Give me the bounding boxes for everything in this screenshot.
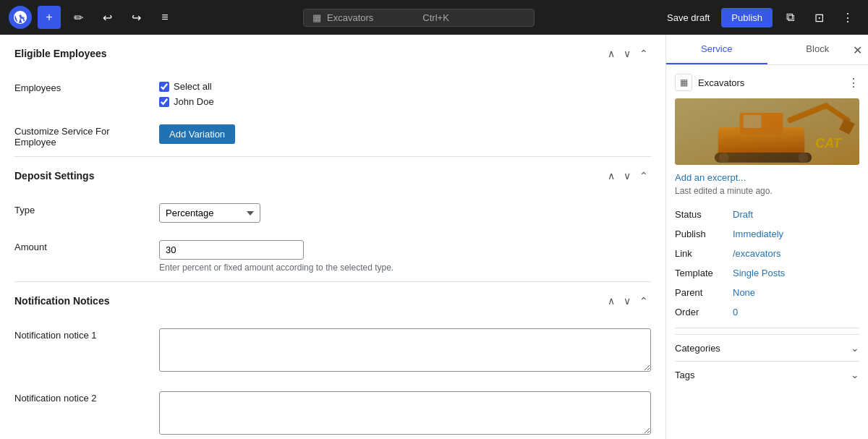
deposit-up-button[interactable]: ∧ bbox=[605, 169, 618, 183]
notification-notices-header[interactable]: Notification Notices ∧ ∨ ⌃ bbox=[14, 282, 651, 320]
notice2-row: Notification notice 2 bbox=[14, 383, 651, 439]
view-button[interactable]: ⧉ bbox=[778, 6, 801, 29]
add-variation-button[interactable]: Add Variation bbox=[159, 124, 235, 144]
amount-field: Enter percent or fixed amount according … bbox=[159, 240, 651, 273]
more-icon: ⋮ bbox=[842, 11, 854, 25]
search-shortcut: Ctrl+K bbox=[422, 12, 448, 23]
notification-notices-title: Notification Notices bbox=[14, 295, 605, 307]
select-all-label: Select all bbox=[174, 81, 212, 92]
meta-value-link[interactable]: Single Posts bbox=[733, 268, 785, 278]
main-layout: Eligible Employees ∧ ∨ ⌃ Employees Selec… bbox=[0, 35, 868, 439]
employees-checkbox-group: Select all John Doe bbox=[159, 81, 651, 107]
amount-row: Amount Enter percent or fixed amount acc… bbox=[14, 231, 651, 281]
meta-row: PublishImmediately bbox=[675, 224, 859, 244]
meta-value[interactable]: /excavators bbox=[733, 244, 859, 263]
meta-value-link[interactable]: Immediately bbox=[733, 229, 783, 239]
toolbar-center: ▦ Excavators Ctrl+K bbox=[182, 9, 655, 27]
meta-value-link[interactable]: Draft bbox=[733, 209, 753, 220]
john-doe-checkbox-item[interactable]: John Doe bbox=[159, 96, 651, 107]
section-down-button[interactable]: ∨ bbox=[621, 46, 634, 61]
tags-chevron-icon: ⌄ bbox=[851, 369, 859, 380]
meta-table: StatusDraftPublishImmediatelyLink/excava… bbox=[675, 205, 859, 322]
sidebar-body: ▦ Excavators ⋮ bbox=[666, 65, 868, 439]
deposit-settings-header[interactable]: Deposit Settings ∧ ∨ ⌃ bbox=[14, 157, 651, 195]
john-doe-checkbox[interactable] bbox=[159, 97, 169, 107]
amount-input[interactable] bbox=[159, 240, 304, 260]
type-select[interactable]: Percentage Fixed Amount bbox=[159, 203, 260, 223]
search-bar[interactable]: ▦ Excavators Ctrl+K bbox=[303, 9, 535, 27]
amount-hint: Enter percent or fixed amount according … bbox=[159, 263, 651, 273]
tools-button[interactable]: ✏ bbox=[67, 6, 90, 29]
meta-divider bbox=[675, 328, 859, 328]
block-menu-button[interactable]: ⋮ bbox=[848, 76, 859, 90]
content-area: Eligible Employees ∧ ∨ ⌃ Employees Selec… bbox=[0, 35, 665, 439]
sidebar-close-button[interactable]: ✕ bbox=[853, 43, 862, 56]
right-sidebar: Service Block ✕ ▦ Excavators ⋮ bbox=[665, 35, 868, 439]
type-field: Percentage Fixed Amount bbox=[159, 203, 651, 223]
notice1-row: Notification notice 1 bbox=[14, 320, 651, 383]
pencil-icon: ✏ bbox=[74, 11, 83, 25]
content-inner: Eligible Employees ∧ ∨ ⌃ Employees Selec… bbox=[0, 35, 665, 439]
meta-value[interactable]: 0 bbox=[733, 302, 859, 322]
notification-collapse-button[interactable]: ⌃ bbox=[637, 294, 651, 308]
tags-header[interactable]: Tags ⌄ bbox=[675, 369, 859, 380]
meta-value[interactable]: Single Posts bbox=[733, 263, 859, 283]
redo-button[interactable]: ↪ bbox=[124, 6, 148, 29]
eligible-employees-header[interactable]: Eligible Employees ∧ ∨ ⌃ bbox=[14, 35, 651, 72]
sidebar-tabs: Service Block ✕ bbox=[666, 35, 868, 65]
list-icon: ≡ bbox=[161, 11, 168, 24]
block-icon: ▦ bbox=[675, 74, 692, 91]
select-all-checkbox[interactable] bbox=[159, 82, 169, 92]
section-up-button[interactable]: ∧ bbox=[605, 46, 618, 61]
deposit-section-controls: ∧ ∨ ⌃ bbox=[605, 169, 651, 183]
view-icon: ⧉ bbox=[786, 11, 794, 24]
notice2-field bbox=[159, 391, 651, 437]
meta-row: TemplateSingle Posts bbox=[675, 263, 859, 283]
meta-value[interactable]: Immediately bbox=[733, 224, 859, 244]
toolbar: + ✏ ↩ ↪ ≡ ▦ Excavators Ctrl+K Save draft… bbox=[0, 0, 868, 35]
meta-value[interactable]: None bbox=[733, 283, 859, 302]
employees-label: Employees bbox=[14, 81, 145, 107]
meta-key: Parent bbox=[675, 283, 733, 302]
undo-icon: ↩ bbox=[103, 11, 112, 25]
publish-button[interactable]: Publish bbox=[721, 8, 773, 27]
categories-section: Categories ⌄ bbox=[675, 334, 859, 361]
notification-up-button[interactable]: ∧ bbox=[605, 294, 618, 308]
section-controls: ∧ ∨ ⌃ bbox=[605, 46, 651, 61]
block-title: Excavators bbox=[698, 77, 842, 88]
notice1-field bbox=[159, 328, 651, 374]
notice2-textarea[interactable] bbox=[159, 391, 651, 435]
tags-title: Tags bbox=[675, 370, 851, 380]
save-draft-button[interactable]: Save draft bbox=[661, 9, 715, 26]
tab-service[interactable]: Service bbox=[666, 35, 767, 64]
deposit-collapse-button[interactable]: ⌃ bbox=[637, 169, 651, 183]
undo-button[interactable]: ↩ bbox=[95, 6, 119, 29]
document-overview-button[interactable]: ≡ bbox=[153, 6, 176, 29]
notification-section-controls: ∧ ∨ ⌃ bbox=[605, 294, 651, 308]
notice1-textarea[interactable] bbox=[159, 328, 651, 372]
add-excerpt-link[interactable]: Add an excerpt... bbox=[675, 172, 859, 183]
deposit-down-button[interactable]: ∨ bbox=[621, 169, 634, 183]
meta-value-link[interactable]: 0 bbox=[733, 307, 738, 317]
more-options-button[interactable]: ⋮ bbox=[836, 6, 859, 29]
notification-down-button[interactable]: ∨ bbox=[621, 294, 634, 308]
deposit-settings-section: Deposit Settings ∧ ∨ ⌃ Type Percentage F… bbox=[14, 157, 651, 282]
block-header: ▦ Excavators ⋮ bbox=[675, 74, 859, 91]
sidebar-toggle-button[interactable]: ⊡ bbox=[807, 6, 830, 29]
section-collapse-button[interactable]: ⌃ bbox=[637, 46, 651, 61]
meta-row: Order0 bbox=[675, 302, 859, 322]
add-block-button[interactable]: + bbox=[38, 6, 61, 29]
meta-value-link[interactable]: None bbox=[733, 287, 755, 298]
amount-label: Amount bbox=[14, 240, 145, 273]
select-all-checkbox-item[interactable]: Select all bbox=[159, 81, 651, 92]
type-row: Type Percentage Fixed Amount bbox=[14, 195, 651, 231]
meta-value[interactable]: Draft bbox=[733, 205, 859, 224]
meta-row: ParentNone bbox=[675, 283, 859, 302]
type-label: Type bbox=[14, 203, 145, 223]
tags-section: Tags ⌄ bbox=[675, 361, 859, 388]
sidebar-icon: ⊡ bbox=[814, 11, 824, 25]
categories-header[interactable]: Categories ⌄ bbox=[675, 342, 859, 354]
meta-value-link[interactable]: /excavators bbox=[733, 248, 780, 259]
eligible-employees-title: Eligible Employees bbox=[14, 48, 605, 59]
meta-key: Link bbox=[675, 244, 733, 263]
